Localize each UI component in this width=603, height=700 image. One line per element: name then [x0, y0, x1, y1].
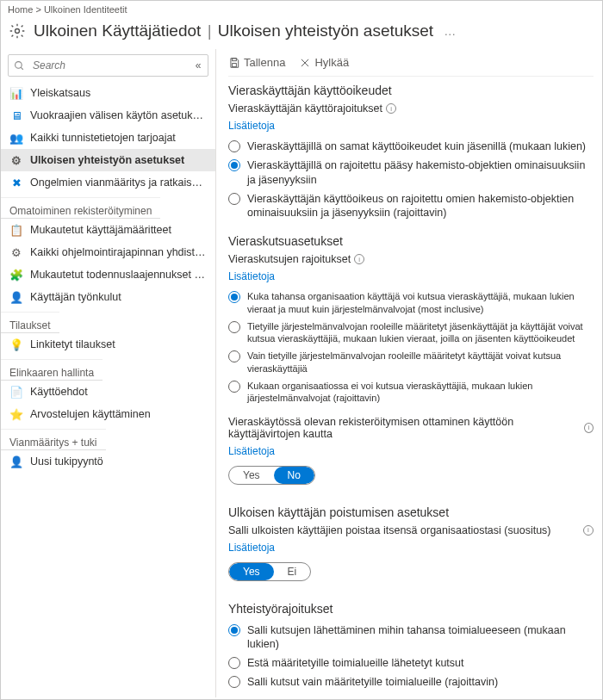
nav-icon: 📋	[9, 223, 23, 237]
svg-point-1	[15, 61, 22, 68]
svg-point-0	[16, 29, 20, 34]
leave-toggle[interactable]: Yes Ei	[228, 562, 311, 581]
radio-icon	[228, 193, 240, 205]
radio-option[interactable]: Vieraskäyttäjillä on rajoitettu pääsy ha…	[228, 156, 594, 189]
nav-label: Uusi tukipyyntö	[30, 455, 207, 468]
radio-option[interactable]: Vieraskäyttäjän käyttöoikeus on rajoitet…	[228, 189, 594, 223]
sidebar-item[interactable]: ⚙Kaikki ohjelmointirajapinnan yhdistimet	[1, 241, 215, 263]
breadcrumb-home[interactable]: Home >	[8, 4, 41, 15]
radio-icon	[228, 291, 240, 303]
nav-label: Käyttäjän työnkulut	[30, 291, 207, 303]
sidebar-item[interactable]: ⚙Ulkoisen yhteistyön asetukset	[1, 149, 215, 171]
sidebar-item[interactable]: 🧩Mukautetut todennuslaajennukset (esikat…	[1, 263, 215, 286]
info-icon[interactable]: i	[386, 103, 396, 114]
nav-label: Käyttöehdot	[30, 386, 207, 398]
radio-label: Salli kutsujen lähettäminen mihin tahans…	[247, 623, 594, 652]
group-subscriptions: Tilaukset	[1, 312, 59, 333]
more-icon[interactable]: …	[440, 24, 456, 38]
sidebar-item[interactable]: 👤Käyttäjän työnkulut	[1, 286, 215, 308]
nav-icon: 🧩	[9, 268, 23, 282]
learn-more-link[interactable]: Lisätietoja	[228, 542, 275, 554]
radio-icon	[228, 140, 240, 152]
sidebar-nav: 📊Yleiskatsaus🖥Vuokraajien välisen käytön…	[1, 82, 215, 473]
nav-icon: 📊	[9, 86, 23, 100]
discard-button[interactable]: Hylkää	[299, 56, 349, 69]
nav-icon: 🖥	[9, 108, 23, 122]
radio-icon	[228, 321, 240, 333]
learn-more-link[interactable]: Lisätietoja	[228, 445, 275, 457]
radio-label: Tietyille järjestelmänvalvojan rooleille…	[247, 320, 594, 345]
nav-icon: ⭐	[9, 407, 23, 421]
radio-option[interactable]: Estä määritetyille toimialueille lähetet…	[228, 654, 594, 672]
nav-icon: ⚙	[9, 245, 23, 259]
breadcrumb: Home > Ulkoinen Identiteetit	[1, 1, 602, 18]
radio-icon	[228, 159, 240, 171]
section-leave: Ulkoisen käyttäjän poistumisen asetukset	[228, 505, 594, 519]
radio-option[interactable]: Kukaan organisaatiossa ei voi kutsua vie…	[228, 377, 594, 407]
nav-label: Mukautetut käyttäjämääritteet	[30, 224, 207, 236]
radio-option[interactable]: Vain tietyille järjestelmänvalvojan rool…	[228, 347, 594, 377]
search-input[interactable]	[29, 58, 189, 73]
radio-icon	[228, 676, 240, 688]
radio-option[interactable]: Tietyille järjestelmänvalvojan rooleille…	[228, 318, 594, 348]
radio-option[interactable]: Salli kutsujen lähettäminen mihin tahans…	[228, 621, 594, 654]
collapse-icon[interactable]: «	[189, 59, 208, 71]
radio-option[interactable]: Salli kutsut vain määritetyille toimialu…	[228, 672, 594, 691]
sidebar: « 📊Yleiskatsaus🖥Vuokraajien välisen käyt…	[1, 49, 216, 697]
toolbar: Tallenna Hylkää	[228, 54, 594, 77]
radio-icon	[228, 350, 240, 362]
radio-label: Estä määritetyille toimialueille lähetet…	[247, 656, 464, 670]
radio-option[interactable]: Kuka tahansa organisaation käyttäjä voi …	[228, 288, 594, 318]
section-invite: Vieraskutsuasetukset	[228, 234, 594, 248]
page-header: Ulkoinen Käyttäjätiedot | Ulkoisen yhtei…	[1, 18, 602, 49]
nav-label: Mukautetut todennuslaajennukset (esikats…	[30, 269, 207, 281]
sidebar-item[interactable]: 🖥Vuokraajien välisen käytön asetukset	[1, 104, 215, 127]
nav-icon: 📄	[9, 385, 23, 399]
sidebar-item[interactable]: 📄Käyttöehdot	[1, 381, 215, 403]
radio-label: Kukaan organisaatiossa ei voi kutsua vie…	[247, 380, 594, 405]
radio-label: Vieraskäyttäjän käyttöoikeus on rajoitet…	[247, 192, 594, 220]
nav-icon: 💡	[9, 338, 23, 351]
group-self-service: Omatoiminen rekisteröityminen	[1, 197, 160, 219]
radio-icon	[228, 624, 240, 636]
radio-label: Vain tietyille järjestelmänvalvojan rool…	[247, 350, 594, 375]
info-icon[interactable]: i	[354, 254, 364, 264]
radio-icon	[228, 381, 240, 393]
nav-label: Kaikki tunnistetietojen tarjoajat	[30, 132, 207, 144]
sidebar-item[interactable]: 👤Uusi tukipyyntö	[1, 450, 215, 473]
sidebar-item[interactable]: 💡Linkitetyt tilaukset	[1, 333, 215, 356]
gear-icon	[8, 22, 27, 40]
sidebar-item[interactable]: ⭐Arvostelujen käyttäminen	[1, 403, 215, 425]
nav-label: Arvostelujen käyttäminen	[30, 408, 207, 420]
breadcrumb-current: Ulkoinen Identiteetit	[44, 4, 127, 15]
sidebar-item[interactable]: 📊Yleiskatsaus	[1, 82, 215, 104]
radio-label: Kuka tahansa organisaation käyttäjä voi …	[247, 290, 594, 315]
sidebar-item[interactable]: ✖Ongelmien vianmääritys ja ratkaiseminen	[1, 171, 215, 194]
signup-toggle[interactable]: Yes No	[228, 466, 315, 485]
radio-icon	[228, 657, 240, 669]
nav-icon: 👤	[9, 290, 23, 304]
svg-line-2	[21, 67, 23, 70]
subhead-leave: Salli ulkoisten käyttäjien poistaa itsen…	[228, 524, 594, 536]
subhead-guest-restrict: Vieraskäyttäjän käyttörajoitukset i	[228, 102, 594, 115]
page-title: Ulkoinen Käyttäjätiedot | Ulkoisen yhtei…	[34, 22, 433, 40]
learn-more-link[interactable]: Lisätietoja	[228, 270, 275, 282]
nav-label: Ongelmien vianmääritys ja ratkaiseminen	[30, 177, 207, 189]
info-icon[interactable]: i	[583, 525, 594, 536]
sidebar-item[interactable]: 👥Kaikki tunnistetietojen tarjoajat	[1, 127, 215, 149]
sidebar-item[interactable]: 📋Mukautetut käyttäjämääritteet	[1, 219, 215, 241]
sidebar-search[interactable]: «	[8, 54, 208, 77]
nav-label: Yleiskatsaus	[30, 87, 207, 99]
nav-icon: ✖	[9, 176, 23, 189]
learn-more-link[interactable]: Lisätietoja	[228, 120, 275, 132]
save-button[interactable]: Tallenna	[228, 56, 285, 69]
section-guest-rights: Vieraskäyttäjän käyttöoikeudet	[228, 84, 594, 97]
group-diagnostics: Vianmääritys + tuki	[1, 429, 106, 450]
nav-label: Linkitetyt tilaukset	[30, 338, 207, 350]
nav-icon: ⚙	[9, 153, 23, 167]
nav-icon: 👤	[9, 455, 23, 468]
radio-option[interactable]: Vieraskäyttäjillä on samat käyttöoikeude…	[228, 137, 594, 156]
group-lifecycle: Elinkaaren hallinta	[1, 359, 103, 381]
nav-label: Vuokraajien välisen käytön asetukset	[30, 109, 207, 121]
info-icon[interactable]: i	[584, 423, 594, 433]
